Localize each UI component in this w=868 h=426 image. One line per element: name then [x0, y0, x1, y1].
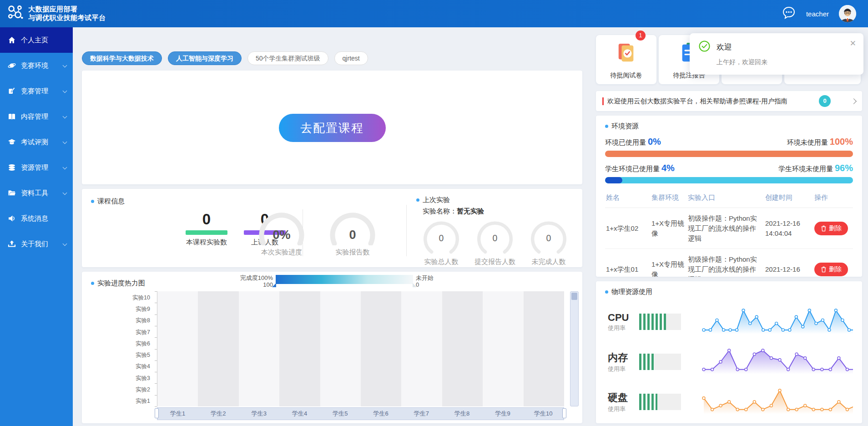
course-setup-card: 去配置课程	[82, 71, 582, 184]
sidebar-item-竞赛环境[interactable]: 竞赛环境	[0, 53, 73, 78]
sidebar-item-资料工具[interactable]: 资料工具	[0, 180, 73, 206]
tab-50个学生集群测试班级[interactable]: 50个学生集群测试班级	[247, 51, 328, 65]
sidebar-item-考试评测[interactable]: 考试评测	[0, 129, 73, 155]
section-dot-icon	[416, 198, 419, 202]
chevron-down-icon	[63, 89, 67, 93]
heatmap-color-scale[interactable]	[276, 275, 413, 284]
sidebar-item-系统消息[interactable]: 系统消息	[0, 206, 73, 231]
table-row: 1+x学生011+X专用镜像初级操作题：Python实现工厂的流水线的操作逻辑2…	[605, 249, 853, 277]
heatmap-row-label: 实验2	[82, 386, 150, 394]
experiment-name: 实验名称：暂无实验	[423, 207, 575, 216]
environment-resources-card: 环境资源 环境已使用量0%环境未使用量100%学生环境已使用量4%学生环境未使用…	[596, 116, 862, 277]
heatmap-column	[198, 291, 238, 406]
heatmap-row-label: 实验8	[82, 317, 150, 325]
cell-entry[interactable]: 初级操作题：Python实现工厂的流水线的操作逻辑	[687, 208, 764, 249]
delete-button[interactable]: 删除	[814, 263, 848, 276]
heatmap-row-label: 实验1	[82, 397, 150, 405]
section-dot-icon	[91, 200, 94, 203]
chevron-down-icon	[63, 63, 67, 68]
sidebar-item-关于我们[interactable]: 关于我们	[0, 231, 73, 257]
heatmap-row-label: 实验5	[82, 351, 150, 359]
heatmap-column-label: 学生5	[320, 408, 360, 420]
notice-bar[interactable]: 欢迎使用云创大数据实验平台，相关帮助请参照课程-用户指南 0	[596, 91, 862, 111]
sidebar-item-内容管理[interactable]: 内容管理	[0, 104, 73, 129]
heatmap-heading: 实验进度热力图	[91, 279, 145, 288]
messages-icon[interactable]	[782, 5, 796, 22]
heatmap-y-zoom-slider[interactable]	[570, 291, 579, 406]
chevron-down-icon	[63, 242, 67, 246]
usage-stripe-gauge	[639, 314, 681, 330]
quick-card-待批阅试卷[interactable]: 待批阅试卷1	[596, 35, 656, 84]
progress-gauge: 0% 本次实验进度	[252, 211, 311, 257]
env-usage-bar	[605, 177, 853, 183]
heatmap-column-label: 学生6	[360, 408, 401, 420]
resource-name: 内存	[608, 351, 639, 365]
heatmap-column	[320, 291, 361, 406]
env-usage-bar	[605, 151, 853, 157]
heatmap-x-zoom-slider[interactable]: 学生1学生2学生3学生4学生5学生6学生7学生8学生9学生10	[157, 407, 564, 420]
notification-badge: 1	[636, 30, 646, 41]
close-icon[interactable]: ✕	[850, 39, 856, 48]
notice-badge: 0	[819, 95, 831, 107]
section-dot-icon	[605, 125, 608, 128]
x-zoom-right-handle[interactable]	[562, 408, 566, 418]
heatmap-column	[401, 291, 442, 406]
last-experiment-heading: 上次实验	[416, 196, 575, 204]
svg-text:0: 0	[493, 233, 498, 243]
heatmap-column	[239, 291, 279, 406]
sidebar-item-个人主页[interactable]: 个人主页	[0, 27, 73, 53]
physical-resource-row-内存: 内存使用率	[605, 342, 853, 382]
user-avatar[interactable]	[839, 5, 856, 22]
tab-人工智能与深度学习[interactable]: 人工智能与深度学习	[168, 51, 242, 65]
heatmap-row-label: 实验6	[82, 340, 150, 348]
table-header: 创建时间	[764, 190, 813, 208]
heatmap-column-label: 学生1	[157, 408, 198, 420]
heatmap-column-label: 学生3	[239, 408, 279, 420]
resource-sub-label: 使用率	[608, 406, 626, 412]
physical-resources-card: 物理资源使用 CPU使用率内存使用率硬盘使用率	[596, 281, 862, 423]
svg-text:0: 0	[439, 233, 444, 243]
table-header: 集群环境	[651, 190, 687, 208]
sidebar-item-label: 竞赛环境	[21, 61, 48, 70]
y-zoom-handle[interactable]	[571, 293, 577, 300]
cell-created: 2021-12-16	[764, 249, 813, 277]
tab-qjrtest[interactable]: qjrtest	[334, 51, 368, 65]
delete-button[interactable]: 删除	[814, 222, 848, 235]
env-bar-labels: 学生环境已使用量4%学生环境未使用量96%	[605, 163, 853, 173]
tab-数据科学与大数据技术[interactable]: 数据科学与大数据技术	[82, 51, 162, 65]
class-tabs: 数据科学与大数据技术人工智能与深度学习50个学生集群测试班级qjrtest	[82, 51, 368, 65]
sidebar-item-label: 个人主页	[21, 36, 48, 45]
sidebar-item-资源管理[interactable]: 资源管理	[0, 155, 73, 180]
sidebar-item-竞赛管理[interactable]: 竞赛管理	[0, 78, 73, 104]
table-header: 姓名	[605, 190, 651, 208]
trash-icon	[821, 225, 827, 232]
heatmap-column-label: 学生8	[442, 408, 482, 420]
heatmap-column	[524, 291, 564, 406]
heatmap-row-label: 实验7	[82, 329, 150, 336]
usage-sparkline-chart	[700, 305, 853, 339]
sidebar-item-label: 资料工具	[21, 189, 48, 198]
experiment-ring-stat: 0实验总人数	[420, 219, 463, 266]
environment-resources-heading: 环境资源	[605, 122, 853, 131]
speaker-icon	[8, 214, 16, 223]
folder-icon	[8, 189, 16, 197]
cell-cluster: 1+X专用镜像	[651, 249, 687, 277]
heatmap-plot-area	[157, 291, 564, 406]
svg-text:0: 0	[546, 233, 551, 243]
chevron-down-icon	[63, 140, 67, 144]
heatmap-row-label: 实验9	[82, 305, 150, 313]
upload-icon	[8, 240, 16, 248]
course-info-heading: 课程信息	[91, 197, 125, 206]
configure-course-button[interactable]: 去配置课程	[279, 114, 386, 142]
chevron-down-icon	[63, 165, 67, 170]
heatmap-column-label: 学生9	[482, 408, 523, 420]
physical-resource-row-CPU: CPU使用率	[605, 302, 853, 342]
heatmap-column	[279, 291, 320, 406]
trash-icon	[821, 266, 827, 273]
x-zoom-left-handle[interactable]	[155, 408, 159, 418]
planet-icon	[8, 61, 16, 70]
cell-entry[interactable]: 初级操作题：Python实现工厂的流水线的操作逻辑	[687, 249, 764, 277]
heatmap-legend-max: 完成度100% 100	[238, 274, 273, 288]
resource-name: CPU	[608, 312, 639, 324]
exam-papers-icon	[616, 42, 637, 65]
